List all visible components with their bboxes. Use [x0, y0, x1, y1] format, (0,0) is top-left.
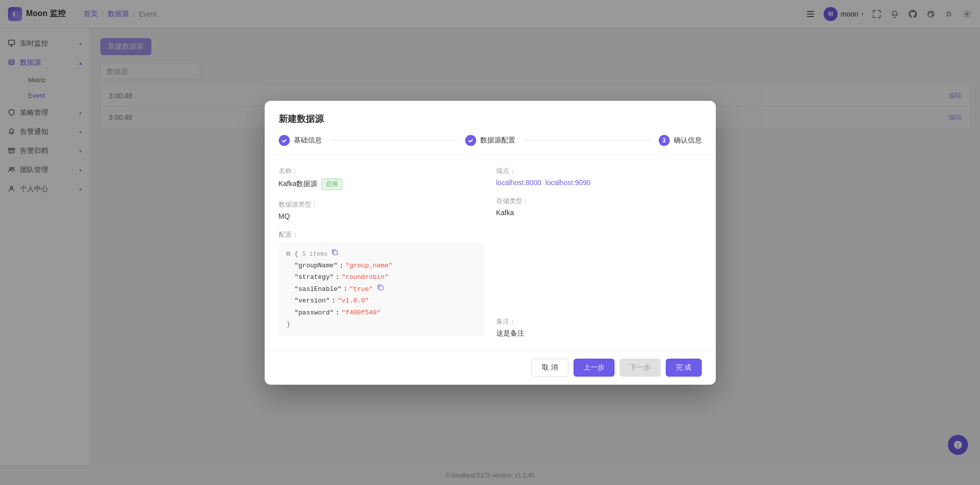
field-type: 数据源类型： MQ — [279, 200, 484, 220]
storage-value: Kafka — [496, 209, 702, 217]
step-1-label: 基础信息 — [294, 136, 322, 145]
field-storage: 存储类型： Kafka — [496, 197, 702, 217]
modal-overlay: 新建数据源 基础信息 数据源配置 — [0, 0, 980, 485]
json-content: "groupName" : "group_name" "strategy" : … — [287, 260, 476, 318]
type-value: MQ — [279, 212, 484, 220]
steps-indicator: 基础信息 数据源配置 3 确认信息 — [279, 135, 702, 146]
remark-label: 备注： — [496, 317, 702, 326]
modal-footer: 取 消 上一步 下一步 完 成 — [265, 350, 716, 385]
modal-title: 新建数据源 — [279, 113, 702, 125]
field-remark: 备注： 这是备注 — [496, 317, 702, 338]
step-3-label: 确认信息 — [674, 136, 702, 145]
finish-button[interactable]: 完 成 — [666, 359, 702, 377]
config-label: 配置： — [279, 230, 484, 239]
json-row-2: "saslEnable" : "true" — [295, 283, 476, 295]
modal-body: 名称： Kafka数据源 启用 数据源类型： MQ 配置： ⊟ — [265, 154, 716, 350]
json-close-brace: } — [287, 318, 476, 330]
step-1: 基础信息 — [279, 135, 322, 146]
svg-rect-14 — [333, 251, 337, 255]
next-button[interactable]: 下一步 — [620, 359, 661, 377]
new-datasource-modal: 新建数据源 基础信息 数据源配置 — [265, 101, 716, 385]
step-2-indicator — [465, 135, 476, 146]
json-row-0: "groupName" : "group_name" — [295, 260, 476, 271]
enabled-badge: 启用 — [321, 179, 342, 190]
modal-header: 新建数据源 基础信息 数据源配置 — [265, 101, 716, 154]
json-collapse-line: ⊟ { 5 items — [287, 248, 476, 260]
copy-saslenable-icon[interactable] — [377, 283, 384, 295]
endpoint-label: 端点： — [496, 167, 702, 176]
remark-value: 这是备注 — [496, 329, 702, 338]
json-row-1: "strategy" : "roundrobin" — [295, 271, 476, 283]
step-2: 数据源配置 — [465, 135, 515, 146]
modal-right-col: 端点： localhost:8000 localhost:9090 存储类型： … — [496, 167, 702, 338]
step-3-indicator: 3 — [659, 135, 670, 146]
step-line-1 — [330, 140, 457, 140]
json-row-3: "version" : "v1.0.0" — [295, 295, 476, 306]
storage-label: 存储类型： — [496, 197, 702, 206]
name-value: Kafka数据源 启用 — [279, 179, 484, 190]
modal-left-col: 名称： Kafka数据源 启用 数据源类型： MQ 配置： ⊟ — [279, 167, 484, 338]
step-3: 3 确认信息 — [659, 135, 702, 146]
endpoint-1[interactable]: localhost:8000 — [496, 179, 541, 187]
name-label: 名称： — [279, 167, 484, 176]
field-name: 名称： Kafka数据源 启用 — [279, 167, 484, 190]
json-viewer: ⊟ { 5 items "groupName" : — [279, 242, 484, 337]
field-endpoints: 端点： localhost:8000 localhost:9090 — [496, 167, 702, 187]
step-2-label: 数据源配置 — [480, 136, 515, 145]
copy-config-icon[interactable] — [331, 248, 338, 260]
items-count[interactable]: 5 items — [302, 249, 327, 260]
step-line-2 — [523, 140, 651, 140]
endpoint-2[interactable]: localhost:9090 — [545, 179, 591, 187]
step-1-indicator — [279, 135, 290, 146]
json-row-4: "password" : "f400f540" — [295, 307, 476, 318]
prev-button[interactable]: 上一步 — [573, 359, 615, 377]
svg-rect-15 — [379, 286, 383, 290]
endpoint-tags: localhost:8000 localhost:9090 — [496, 179, 702, 187]
field-config: 配置： ⊟ { 5 items — [279, 230, 484, 337]
cancel-button[interactable]: 取 消 — [531, 359, 568, 377]
type-label: 数据源类型： — [279, 200, 484, 209]
